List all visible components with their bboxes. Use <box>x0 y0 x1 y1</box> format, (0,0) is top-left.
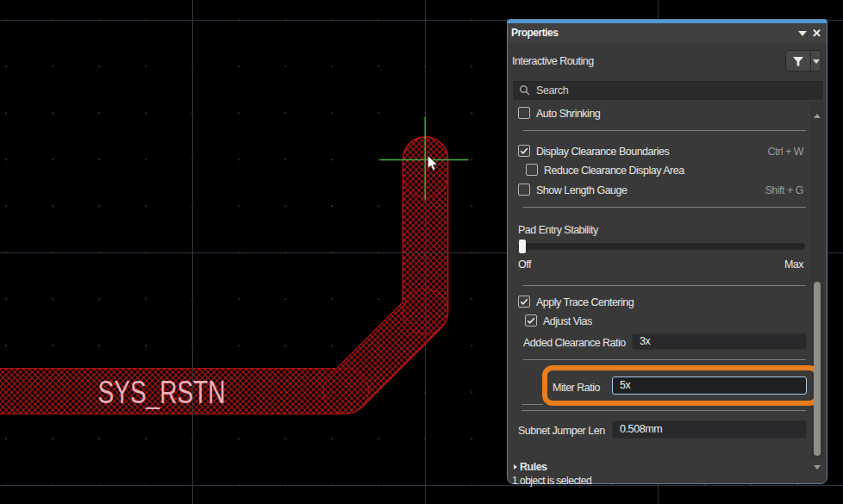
svg-text:SYS_RSTN: SYS_RSTN <box>98 375 226 410</box>
